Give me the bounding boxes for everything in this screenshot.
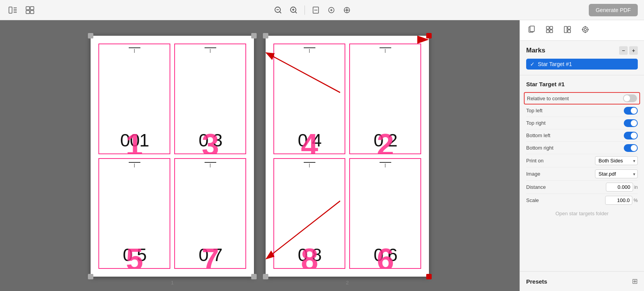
generate-pdf-button[interactable]: Generate PDF xyxy=(589,4,638,16)
svg-rect-8 xyxy=(30,10,34,14)
zoom-fit-button[interactable] xyxy=(341,4,353,16)
mark-h xyxy=(205,162,216,163)
svg-rect-31 xyxy=(530,26,534,31)
zoom-in-button[interactable] xyxy=(287,4,300,16)
bottom-left-toggle[interactable] xyxy=(624,132,638,139)
marks-section: Marks − + ✓ Star Target #1 xyxy=(520,41,644,75)
mark-h xyxy=(304,47,315,48)
top-left-row: Top left xyxy=(526,105,638,117)
image-select[interactable]: Star.pdf xyxy=(595,169,638,178)
svg-rect-33 xyxy=(550,26,553,29)
card-top-mark xyxy=(380,162,391,167)
card-2-overlay: 2 xyxy=(377,131,394,154)
top-right-toggle[interactable] xyxy=(624,119,638,127)
corner-tr-p2 xyxy=(426,33,432,38)
print-on-select[interactable]: Both Sides Front Only Back Only xyxy=(595,156,638,165)
card-6-number: 0 6 6 xyxy=(374,246,397,264)
open-folder-link[interactable]: Open star targets folder xyxy=(526,207,638,220)
card-4-number: 0 4 4 xyxy=(298,131,321,150)
card-top-mark xyxy=(380,47,391,53)
marks-plus-button[interactable]: + xyxy=(629,46,638,55)
card-1: 001 1 xyxy=(98,44,170,154)
toggle-knob xyxy=(631,145,637,151)
svg-rect-36 xyxy=(564,26,567,33)
svg-rect-7 xyxy=(26,10,30,14)
svg-rect-0 xyxy=(9,7,12,13)
page-1-label: 1 xyxy=(91,280,254,286)
relative-to-content-toggle[interactable] xyxy=(623,94,637,102)
card-1-number: 001 1 xyxy=(120,131,149,150)
svg-point-40 xyxy=(584,28,586,31)
canvas-area: 001 1 0 3 xyxy=(0,20,520,291)
top-right-label: Top right xyxy=(526,120,546,126)
bottom-left-label: Bottom left xyxy=(526,132,550,138)
fit-page-button[interactable] xyxy=(310,4,322,16)
card-3-overlay: 3 xyxy=(202,131,219,154)
card-3-number: 0 3 3 xyxy=(199,131,222,150)
card-8-overlay: 8 xyxy=(301,246,318,269)
card-6: 0 6 6 xyxy=(349,158,421,269)
distance-unit: in xyxy=(634,185,638,190)
image-label: Image xyxy=(526,171,540,177)
bottom-right-toggle[interactable] xyxy=(624,144,638,152)
card-top-mark xyxy=(205,47,216,53)
svg-line-15 xyxy=(295,12,297,13)
mark-v xyxy=(385,164,386,167)
marks-minus-button[interactable]: − xyxy=(619,46,628,55)
mark-h xyxy=(304,162,315,163)
panel-layout-icon[interactable] xyxy=(560,23,575,37)
svg-line-11 xyxy=(280,12,281,13)
marks-item-label: Star Target #1 xyxy=(538,61,572,67)
svg-rect-35 xyxy=(550,30,553,33)
main-layout: 001 1 0 3 xyxy=(0,20,644,291)
marks-item-star-target[interactable]: ✓ Star Target #1 xyxy=(526,59,638,70)
right-panel: Marks − + ✓ Star Target #1 Star Target #… xyxy=(520,20,644,291)
toolbar-left xyxy=(6,4,37,16)
relative-to-content-label: Relative to content xyxy=(527,96,569,101)
distance-input[interactable] xyxy=(606,183,633,192)
mark-h xyxy=(129,162,140,163)
panel-grid-icon[interactable] xyxy=(542,23,557,37)
print-on-select-wrapper: Both Sides Front Only Back Only xyxy=(595,156,638,165)
zoom-out-button[interactable] xyxy=(272,4,284,16)
card-top-mark xyxy=(304,47,315,53)
mark-v xyxy=(309,49,310,53)
panel-copy-icon[interactable] xyxy=(524,23,539,37)
mark-v xyxy=(134,49,135,53)
card-4-overlay: 4 xyxy=(301,131,318,154)
bottom-left-row: Bottom left xyxy=(526,129,638,142)
toolbar-divider xyxy=(304,5,305,15)
layout-icon-1[interactable] xyxy=(6,4,19,16)
panel-target-icon[interactable] xyxy=(578,23,593,37)
mark-v xyxy=(309,164,310,167)
corner-tl-p2 xyxy=(263,33,268,38)
card-6-overlay: 6 xyxy=(377,246,394,269)
image-row: Image Star.pdf xyxy=(526,167,638,181)
marks-item-checkmark: ✓ xyxy=(530,61,535,67)
svg-rect-6 xyxy=(30,7,34,10)
top-left-toggle[interactable] xyxy=(624,107,638,115)
corner-bl-p2 xyxy=(263,274,268,279)
scale-input[interactable] xyxy=(605,196,632,205)
print-on-row: Print on Both Sides Front Only Back Only xyxy=(526,154,638,167)
layout-icon-2[interactable] xyxy=(23,4,37,16)
page-2-wrapper: 0 4 4 0 xyxy=(266,36,429,286)
toggle-knob xyxy=(631,108,637,114)
presets-header: Presets ⊞ xyxy=(526,277,638,286)
svg-rect-37 xyxy=(568,26,570,29)
svg-point-39 xyxy=(583,27,588,32)
distance-label: Distance xyxy=(526,184,546,190)
corner-br-p1 xyxy=(251,274,257,279)
panel-top-icons xyxy=(520,20,644,41)
print-on-label: Print on xyxy=(526,158,544,164)
scale-input-wrapper: % xyxy=(605,196,638,205)
presets-section: Presets ⊞ xyxy=(520,271,644,291)
corner-tr-p1 xyxy=(251,33,257,38)
card-top-mark xyxy=(205,162,216,167)
presets-grid-icon[interactable]: ⊞ xyxy=(632,277,638,286)
presets-title: Presets xyxy=(526,278,547,285)
marks-actions: − + xyxy=(619,46,638,55)
fit-width-button[interactable] xyxy=(325,4,338,16)
mark-v xyxy=(134,164,135,167)
card-5: 0 5 5 xyxy=(98,158,170,269)
